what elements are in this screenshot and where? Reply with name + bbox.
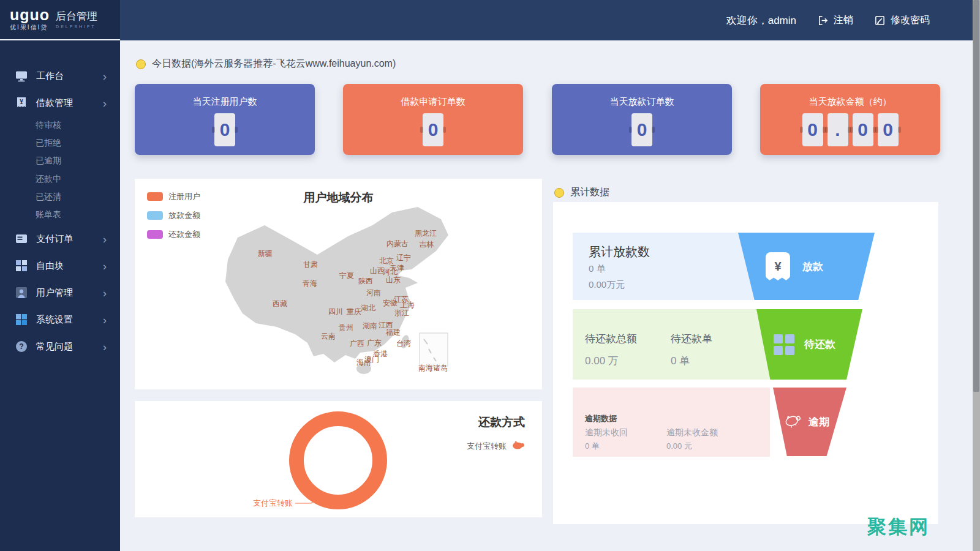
province-label: 福建 (385, 328, 401, 337)
blocks-icon (15, 259, 28, 272)
main-content: 今日数据(海外云服务器推荐-飞花云www.feihuayun.com) 当天注册… (120, 40, 973, 551)
app-title-block: 后台管理 DELPSHIFT (56, 11, 97, 29)
user-icon (15, 286, 28, 299)
chevron-right-icon: › (103, 70, 107, 82)
province-label: 广西 (350, 339, 364, 348)
chevron-right-icon: › (103, 233, 107, 245)
cumulative-section-header: 累计数据 (554, 186, 609, 199)
province-label: 河南 (366, 288, 381, 297)
pig-icon (783, 413, 804, 431)
coin-icon (136, 59, 146, 69)
province-label: 青海 (303, 279, 317, 288)
monitor-icon (15, 69, 28, 83)
change-password-label: 修改密码 (891, 14, 930, 27)
sidebar-item-payment-orders[interactable]: 支付订单 › (0, 228, 120, 250)
counter-digit: 0 (802, 113, 823, 146)
flip-counter: 0 . 0 0 (760, 113, 940, 146)
watermark: 聚集网 (867, 514, 930, 540)
sidebar-item-free-blocks[interactable]: 自由块 › (0, 255, 120, 277)
cumulative-loans-amount: 0.00万元 (589, 279, 625, 291)
subitem-label: 待审核 (36, 120, 61, 131)
stat-card-title: 当天放款金额（约） (760, 96, 940, 108)
province-label: 辽宁 (396, 253, 411, 262)
logout-button[interactable]: 注销 (817, 14, 853, 27)
province-label: 南海诸岛 (418, 364, 448, 372)
cumulative-loans-title: 累计放款数 (589, 244, 650, 260)
sidebar-item-loan-management[interactable]: ¥ 借款管理 › (0, 92, 120, 114)
overdue-amount-label: 逾期未收金额 (666, 427, 718, 438)
sidebar-item-faq[interactable]: ? 常见问题 › (0, 335, 120, 358)
scrollbar[interactable] (973, 0, 980, 551)
scrollbar-thumb[interactable] (973, 0, 979, 392)
yen-glyph: ¥ (774, 260, 781, 274)
funnel-stage-overdue: 逾期 (773, 388, 846, 456)
logo-wordmark: uguo 优I果I信I贷 (10, 7, 50, 32)
cumulative-section-title: 累计数据 (570, 186, 609, 199)
chevron-right-icon: › (103, 341, 107, 353)
sidebar-subitem-pending-review[interactable]: 待审核 (36, 117, 61, 134)
province-label: 台湾 (396, 339, 411, 348)
province-label: 四川 (328, 307, 343, 316)
sidebar-subitem-repaying[interactable]: 还款中 (36, 171, 61, 188)
donut-callout-label: 支付宝转账 (253, 498, 293, 508)
counter-digit: 0 (631, 113, 652, 146)
sidebar-subitem-bill-table[interactable]: 账单表 (36, 206, 61, 223)
chevron-right-icon: › (103, 97, 107, 109)
south-china-sea-inset (420, 333, 448, 366)
admin-dashboard: uguo 优I果I信I贷 后台管理 DELPSHIFT 工作台 › ¥ 借款管理… (0, 0, 980, 551)
subitem-label: 已还清 (36, 192, 61, 203)
receipt-yen-icon: ¥ (15, 96, 28, 110)
counter-digit: 0 (878, 113, 899, 146)
sidebar-subitem-rejected[interactable]: 已拒绝 (36, 135, 61, 152)
funnel-stage-loans: ¥ 放款 (738, 233, 875, 300)
pending-total-label: 待还款总额 (585, 332, 637, 346)
welcome-text: 欢迎你，admin (726, 13, 796, 28)
subitem-label: 还款中 (36, 174, 61, 185)
province-label: 黑龙江 (415, 229, 437, 238)
overdue-count-label: 逾期未收回 (585, 427, 628, 438)
app-title: 后台管理 (56, 11, 97, 22)
sidebar-item-user-management[interactable]: 用户管理 › (0, 282, 120, 304)
top-bar: 欢迎你，admin 注销 修改密码 (120, 0, 973, 40)
subitem-label: 已拒绝 (36, 138, 61, 149)
flip-counter: 0 (552, 113, 732, 146)
province-label: 西藏 (273, 299, 287, 308)
province-label: 宁夏 (339, 271, 354, 280)
svg-text:¥: ¥ (20, 99, 23, 105)
edit-icon (874, 15, 886, 26)
subitem-label: 已逾期 (36, 156, 61, 167)
sidebar-subitem-overdue[interactable]: 已逾期 (36, 152, 61, 170)
pending-orders-value: 0 单 (671, 354, 690, 368)
counter-digit: 0 (853, 113, 873, 146)
province-label: 安徽 (383, 299, 398, 307)
donut-ring[interactable] (296, 419, 380, 502)
chevron-right-icon: › (103, 287, 107, 299)
china-map[interactable]: 新疆甘肃青海西藏黑龙江内蒙古吉林辽宁北京天津河北山西宁夏陕西山东河南江苏安徽上海… (135, 179, 542, 389)
province-label: 陕西 (358, 277, 373, 285)
sidebar-item-label: 自由块 (36, 260, 103, 272)
region-map-panel: 用户地域分布 注册用户 放款金额 还款金额 (135, 179, 542, 389)
stat-card-title: 当天注册用户数 (135, 96, 315, 108)
province-label: 吉林 (419, 240, 434, 249)
cumulative-panel: 累计放款数 0 单 0.00万元 待还款总额 0.00 万 待还款单 0 单 逾… (553, 202, 938, 524)
today-section-title: 今日数据(海外云服务器推荐-飞花云www.feihuayun.com) (152, 58, 396, 70)
sidebar-subitem-paid-off[interactable]: 已还清 (36, 189, 61, 206)
repayment-donut-chart[interactable]: 支付宝转账 (135, 401, 542, 517)
funnel-label: 待还款 (804, 337, 835, 351)
overdue-count-value: 0 单 (585, 441, 600, 452)
stat-card-loans-issued: 当天放款订单数 0 (552, 84, 732, 155)
overdue-heading: 逾期数据 (585, 413, 617, 424)
sidebar-item-label: 支付订单 (36, 233, 103, 245)
logout-label: 注销 (834, 14, 853, 27)
today-section-header: 今日数据(海外云服务器推荐-飞花云www.feihuayun.com) (136, 58, 396, 70)
province-label: 浙江 (394, 309, 409, 317)
funnel-stage-pending: 待还款 (756, 309, 862, 380)
chevron-right-icon: › (103, 260, 107, 272)
change-password-button[interactable]: 修改密码 (874, 14, 930, 27)
sidebar-item-workbench[interactable]: 工作台 › (0, 65, 120, 87)
province-label: 河北 (383, 268, 398, 276)
card-icon (15, 232, 28, 246)
sidebar-item-system-settings[interactable]: 系统设置 › (0, 309, 120, 331)
app-subtitle: DELPSHIFT (56, 24, 97, 29)
province-label: 广东 (367, 339, 382, 347)
